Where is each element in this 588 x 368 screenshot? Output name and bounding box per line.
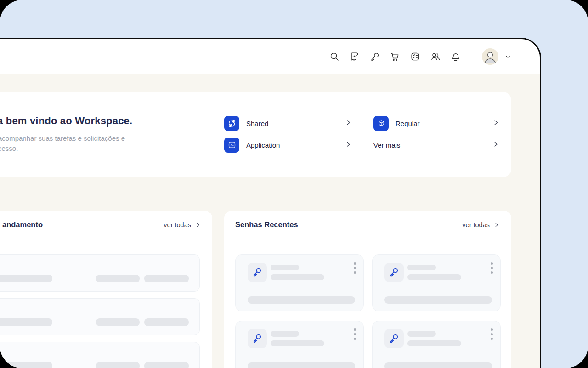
tasks-skeleton-list (0, 254, 200, 368)
skeleton-bar (0, 275, 52, 282)
quick-link-regular[interactable]: Regular (373, 115, 499, 132)
password-card[interactable] (235, 321, 364, 368)
kebab-menu-icon[interactable] (490, 261, 494, 275)
passwords-grid (235, 254, 501, 368)
chevron-right-icon (492, 141, 499, 150)
passwords-panel-title: Senhas Recentes (235, 220, 298, 229)
kebab-menu-icon[interactable] (353, 261, 357, 275)
chevron-right-icon (345, 141, 352, 150)
quick-link-label: Regular (396, 120, 420, 127)
users-icon[interactable] (430, 51, 441, 62)
skeleton-bar (144, 318, 189, 326)
tasks-panel-title: andamento (2, 220, 43, 229)
key-icon (384, 263, 404, 282)
skeleton-bar (407, 331, 436, 337)
chevron-down-icon[interactable] (504, 53, 512, 61)
welcome-subtitle-line1: acompanhar suas tarefas e solicitações e (0, 134, 125, 142)
skeleton-bar (248, 362, 355, 368)
quick-link-ver-mais[interactable]: Ver mais (373, 137, 499, 153)
skeleton-bar (407, 340, 461, 346)
quick-links-column-1: Shared Application (224, 115, 352, 153)
skeleton-bar (96, 362, 140, 368)
regular-icon (373, 116, 389, 131)
skeleton-bar (96, 275, 140, 282)
task-list-item[interactable] (0, 298, 200, 335)
screen-canvas: a bem vindo ao Workspace. acompanhar sua… (0, 0, 588, 368)
key-icon (248, 263, 267, 282)
tasks-see-all-link[interactable]: ver todas (164, 221, 201, 229)
skeleton-bar (407, 274, 461, 280)
passwords-see-all-label: ver todas (462, 221, 490, 229)
skeleton-bar (271, 340, 324, 346)
welcome-card: a bem vindo ao Workspace. acompanhar sua… (0, 92, 511, 177)
welcome-subtitle-line2: cesso. (0, 144, 18, 152)
kebab-menu-icon[interactable] (490, 328, 494, 341)
skeleton-bar (407, 264, 436, 270)
user-avatar[interactable] (482, 48, 498, 65)
task-list-item[interactable] (0, 342, 200, 368)
search-icon[interactable] (329, 51, 340, 62)
skeleton-bar (271, 264, 299, 270)
welcome-subtitle: acompanhar suas tarefas e solicitações e… (0, 133, 190, 154)
tasks-panel: andamento ver todas (0, 211, 212, 368)
cart-icon[interactable] (390, 51, 401, 62)
application-icon (224, 138, 239, 153)
skeleton-bar (271, 331, 299, 337)
app-header (0, 39, 540, 74)
password-card[interactable] (372, 254, 501, 311)
quick-links-column-2: Regular Ver mais (373, 115, 499, 153)
key-icon (248, 329, 267, 348)
kebab-menu-icon[interactable] (353, 328, 357, 341)
passwords-see-all-link[interactable]: ver todas (462, 221, 499, 229)
quick-link-label: Ver mais (373, 141, 400, 149)
skeleton-bar (384, 362, 492, 368)
skeleton-bar (248, 296, 355, 304)
skeleton-bar (144, 275, 189, 282)
tasks-see-all-label: ver todas (164, 221, 191, 229)
skeleton-bar (144, 362, 189, 368)
receipt-icon[interactable] (349, 51, 360, 62)
quick-link-label: Shared (246, 120, 268, 127)
chevron-right-icon (195, 222, 201, 228)
bell-icon[interactable] (450, 51, 461, 62)
skeleton-bar (384, 296, 492, 304)
task-list-item[interactable] (0, 254, 200, 292)
password-card[interactable] (372, 321, 501, 368)
checklist-icon[interactable] (410, 51, 421, 62)
recent-passwords-panel: Senhas Recentes ver todas (224, 211, 511, 368)
skeleton-bar (0, 318, 52, 326)
passwords-panel-header: Senhas Recentes ver todas (224, 211, 511, 239)
shared-icon (224, 116, 239, 131)
skeleton-bar (0, 362, 52, 368)
tasks-panel-header: andamento ver todas (0, 211, 212, 239)
key-icon (384, 329, 404, 348)
chevron-right-icon (494, 222, 499, 228)
welcome-title: a bem vindo ao Workspace. (0, 115, 190, 127)
quick-link-application[interactable]: Application (224, 137, 352, 153)
password-card[interactable] (235, 254, 364, 311)
skeleton-bar (96, 318, 140, 326)
quick-link-shared[interactable]: Shared (224, 115, 352, 132)
key-icon[interactable] (369, 51, 380, 62)
chevron-right-icon (492, 119, 499, 128)
welcome-text: a bem vindo ao Workspace. acompanhar sua… (0, 115, 190, 154)
quick-link-label: Application (246, 141, 280, 149)
skeleton-bar (271, 274, 324, 280)
header-icon-row (329, 39, 512, 74)
chevron-right-icon (345, 119, 352, 128)
